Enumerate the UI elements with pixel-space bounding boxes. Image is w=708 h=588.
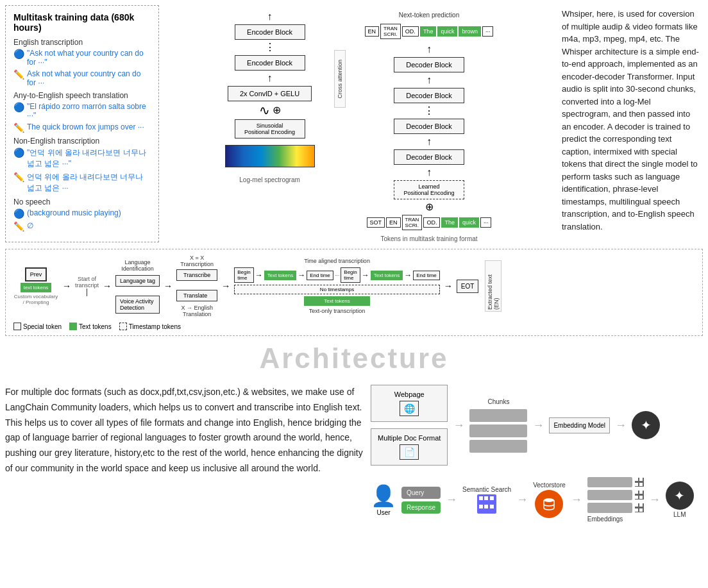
decoder-block-1: Decoder Block xyxy=(394,57,464,72)
no-speech-item-1: 🔵 (background music playing) xyxy=(13,208,151,219)
time-tokens-branch: Time aligned transcription Begintime → T… xyxy=(234,258,440,314)
embeddings-label: Embeddings xyxy=(587,516,644,523)
multiple-doc-box: Multiple Doc Format 📄 xyxy=(371,428,448,466)
llm-icon: ✦ xyxy=(666,482,694,510)
start-transcript-node: Start oftranscript xyxy=(75,276,99,296)
any-english-item-1: 🔵 "El rápido zorro marrón salta sobre ··… xyxy=(13,102,151,120)
learned-pos-box: LearnedPositional Encoding xyxy=(394,180,464,199)
dec-arrow-2: ↑ xyxy=(426,75,432,85)
rag-arrow-7: → xyxy=(649,493,661,507)
token-quick-2: quick xyxy=(459,217,479,228)
non-english-text-1: "언덕 위에 올라 내려다보면 너무나 넓고 넓은 ···" xyxy=(27,147,151,169)
left-panel: Multitask training data (680k hours) Eng… xyxy=(5,5,159,242)
dec-arrow-5: ⊕ xyxy=(425,202,434,212)
encoder-block-1: Encoder Block xyxy=(235,24,305,40)
arrow-sum: ∿ ⊕ xyxy=(259,104,281,117)
rag-arrow-5: → xyxy=(516,493,528,507)
user-label: User xyxy=(376,509,390,516)
arrow-2: → xyxy=(103,281,112,291)
dec-arrow-3: ↑ xyxy=(426,137,432,147)
llm-node: ✦ LLM xyxy=(666,482,694,518)
edit-icon-1: ✏️ xyxy=(13,69,24,80)
multiple-doc-description: For multiple doc formats (such as docx,p… xyxy=(5,385,364,476)
rag-top-row: Webpage 🌐 Multiple Doc Format 📄 → Chunks xyxy=(371,385,703,466)
openai-circle: ✦ xyxy=(632,411,660,439)
semantic-search-grid xyxy=(477,494,496,514)
embedding-row-2 xyxy=(587,490,644,500)
token-tran-2: TRANSCRI. xyxy=(402,215,423,230)
next-token-label: Next-token prediction xyxy=(399,12,460,19)
chunks-column: Chunks xyxy=(469,398,527,453)
english-item-2: ✏️ Ask not what your country can do for … xyxy=(13,69,151,87)
chunk-2 xyxy=(469,424,527,437)
vectorstore-node: Vectorstore xyxy=(533,482,566,518)
token-quick: quick xyxy=(437,26,457,37)
prev-node: Prev text tokens Custom vocabulary / Pro… xyxy=(13,267,58,305)
eot-node: EOT xyxy=(457,280,479,293)
edit-icon-4: ✏️ xyxy=(13,221,24,231)
any-english-item-2: ✏️ The quick brown fox jumps over ··· xyxy=(13,122,151,133)
webpage-label: Webpage xyxy=(394,391,425,398)
rag-diagram: Webpage 🌐 Multiple Doc Format 📄 → Chunks xyxy=(371,385,703,523)
english-transcription-label: English transcription xyxy=(13,38,151,47)
transcribe-branch: X = XTranscription Transcribe Translate … xyxy=(176,255,217,317)
legend-row: Special token Text tokens Timestamp toke… xyxy=(13,323,695,330)
whisper-description: Whsiper, here, is used for coversion of … xyxy=(562,8,700,233)
source-column: Webpage 🌐 Multiple Doc Format 📄 xyxy=(371,385,448,466)
arch-title: Architecture xyxy=(0,342,708,374)
grid-icon-2 xyxy=(635,491,644,500)
any-to-english-label: Any-to-English speech translation xyxy=(13,91,151,100)
rag-arrow-2: → xyxy=(532,419,544,432)
center-panel: ↑ Encoder Block ⋮ Encoder Block ↑ 2x Con… xyxy=(164,0,554,248)
user-node: 👤 User xyxy=(371,483,396,516)
token-en: EN xyxy=(365,26,380,37)
conv-block: 2x ConvlD + GELU xyxy=(228,86,312,101)
semantic-search-label: Semantic Search xyxy=(462,486,511,493)
webpage-icon: 🌐 xyxy=(400,401,419,416)
svg-point-0 xyxy=(544,498,554,502)
arrow-3: → xyxy=(164,281,173,291)
audio-icon-2: 🔵 xyxy=(13,102,24,112)
token-sot: SOT xyxy=(367,217,385,228)
embedding-model-box: Embedding Model xyxy=(549,417,610,433)
arrow-between-enc: ⋮ xyxy=(265,42,275,53)
no-speech-text-2: ∅ xyxy=(27,221,33,230)
audio-icon-3: 🔵 xyxy=(13,147,24,158)
edit-icon-3: ✏️ xyxy=(13,172,24,182)
grid-icon-1 xyxy=(635,478,644,487)
dec-arrow-1: ↑ xyxy=(426,44,432,55)
arrow-1: → xyxy=(62,281,71,291)
bottom-left-text: For multiple doc formats (such as docx,p… xyxy=(5,385,364,523)
spectrogram-label: Log-mel spectrogram xyxy=(239,176,299,183)
no-speech-text-1: (background music playing) xyxy=(27,208,121,217)
special-token-legend: Special token xyxy=(13,323,62,330)
non-english-item-2: ✏️ 언덕 위에 올라 내려다보면 너무나 넓고 넓은 ··· xyxy=(13,172,151,194)
chunk-1 xyxy=(469,409,527,422)
chunks-label: Chunks xyxy=(487,398,509,405)
dec-arrow-4: ↑ xyxy=(426,167,432,178)
flow-section: Prev text tokens Custom vocabulary / Pro… xyxy=(5,249,703,336)
doc-icon: 📄 xyxy=(400,444,419,460)
audio-icon-4: 🔵 xyxy=(13,208,24,219)
tokens-input-label: Tokens in multitask training format xyxy=(380,235,477,242)
english-item-1: 🔵 "Ask not what your country can do for … xyxy=(13,49,151,67)
token-the-2: The xyxy=(441,217,458,228)
non-english-text-2: 언덕 위에 올라 내려다보면 너무나 넓고 넓은 ··· xyxy=(27,172,151,194)
token-row-top: EN TRANSCRI. OD. The quick brown ··· xyxy=(365,24,494,39)
english-text-1: "Ask not what your country can do for ··… xyxy=(27,49,151,67)
rag-arrow-4: → xyxy=(446,493,457,507)
user-avatar-icon: 👤 xyxy=(371,483,396,508)
english-text-2: Ask not what your country can do for ··· xyxy=(27,69,151,87)
embedding-row-1 xyxy=(587,477,644,487)
timestamp-legend-label: Timestamp tokens xyxy=(129,323,181,330)
arrow-up-1: ↑ xyxy=(267,12,273,22)
token-brown: brown xyxy=(459,26,481,37)
token-the: The xyxy=(420,26,437,37)
token-dots-1: ··· xyxy=(482,26,494,37)
token-od-2: OD. xyxy=(423,217,440,228)
no-speech-label: No speech xyxy=(13,197,151,206)
rag-arrow-1: → xyxy=(453,419,464,432)
flow-row: Prev text tokens Custom vocabulary / Pro… xyxy=(13,255,695,317)
left-panel-title: Multitask training data (680k hours) xyxy=(13,12,151,33)
llm-label: LLM xyxy=(673,511,686,518)
